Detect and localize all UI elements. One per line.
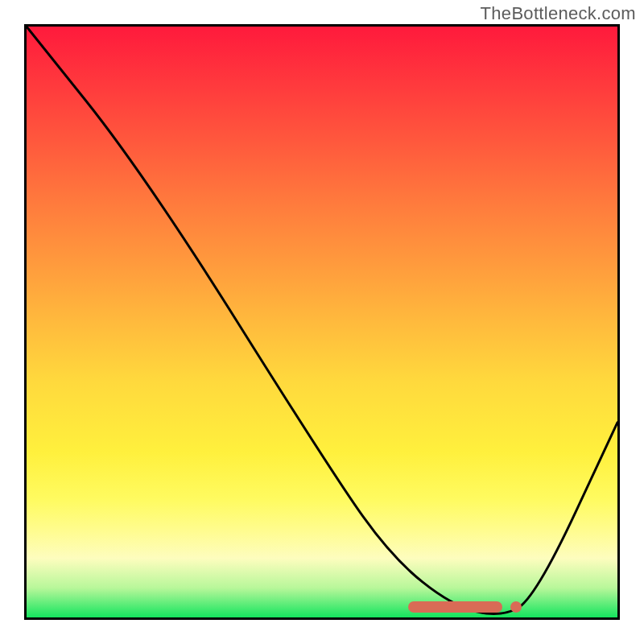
optimal-range-marker: [408, 601, 502, 613]
plot-area: [24, 24, 620, 620]
watermark-label: TheBottleneck.com: [481, 3, 636, 24]
chart-frame: TheBottleneck.com: [0, 0, 644, 644]
bottleneck-curve: [27, 27, 617, 617]
optimal-range-end-dot: [510, 601, 522, 613]
